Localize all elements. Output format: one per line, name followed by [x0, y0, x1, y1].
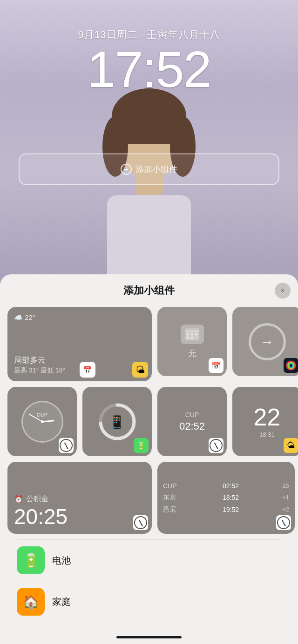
alarm-mini-minute [140, 523, 143, 527]
analog-clock-face: CUP [21, 401, 63, 443]
alarm-label: 公积金 [26, 494, 48, 504]
world-row-tokyo: 东京 18:52 +1 [163, 493, 289, 502]
widget-world-clock[interactable]: CUP 02:52 -15 东京 18:52 +1 悉尼 19:52 +2 [157, 462, 295, 534]
world-offset-tokyo: +1 [271, 494, 289, 501]
world-mini-minute [283, 523, 286, 527]
world-row-sydney: 悉尼 19:52 +2 [163, 505, 289, 514]
battery-app-icon: 🔋 [17, 546, 45, 574]
world-row-cup: CUP 02:52 -15 [163, 482, 289, 490]
date-weather-badge: 🌤 [284, 438, 298, 453]
world-city-sydney: 悉尼 [163, 505, 191, 514]
arrow-right-icon: → [260, 334, 274, 350]
date-number-big: 22 [254, 405, 281, 429]
calendar-badge-2: 📅 [209, 358, 224, 373]
svg-rect-5 [187, 337, 189, 339]
widget-row-1: ☁️ 22° 局部多云 最高 31° 最低 18° 🌤 📅 [7, 307, 291, 381]
widget-phone-battery[interactable]: 📱 🔋 [82, 387, 152, 456]
widget-row-2: CUP 📱 [7, 387, 291, 456]
clock-center-dot [41, 420, 44, 423]
close-icon: × [280, 286, 284, 295]
widget-arrow[interactable]: → [232, 307, 298, 376]
home-app-icon: 🏠 [17, 588, 45, 616]
clock-mini-icon [60, 439, 73, 452]
app-list: 🔋 电池 🏠 家庭 [7, 539, 291, 622]
alarm-icon: ⏰ [14, 495, 23, 504]
battery-app-badge: 🔋 [134, 438, 149, 453]
svg-rect-2 [187, 333, 189, 335]
world-offset-sydney: +2 [271, 506, 289, 513]
background-figure [88, 112, 210, 288]
date-display: 9月13日周二 · 壬寅年八月十八 [0, 28, 298, 42]
add-widget-label: 添加小组件 [135, 164, 177, 175]
panel-title: 添加小组件 [123, 284, 175, 298]
time-display: 17:52 [0, 44, 298, 95]
world-time-sydney: 19:52 [191, 506, 271, 513]
cup-mini-minute [216, 445, 218, 450]
battery-icon: 🔋 [136, 441, 146, 450]
clock-app-badge [59, 438, 74, 453]
alarm-title: ⏰ 公积金 [14, 494, 145, 504]
calendar-grid-icon [181, 325, 204, 344]
weather-temp: ☁️ 22° [14, 313, 145, 322]
alarm-time: 20:25 [14, 506, 145, 527]
battery-app-name: 电池 [52, 554, 71, 567]
svg-rect-4 [195, 333, 197, 335]
battery-app-icon-glyph: 🔋 [22, 552, 40, 569]
widget-analog-clock[interactable]: CUP [7, 387, 77, 456]
world-time-tokyo: 18:52 [191, 494, 271, 501]
svg-rect-1 [185, 328, 199, 332]
home-app-name: 家庭 [52, 596, 71, 608]
date-number-sub: 18 31 [259, 431, 275, 438]
widget-date-number[interactable]: 22 18 31 🌤 [232, 387, 298, 456]
world-city-cup: CUP [163, 482, 191, 490]
app-item-home[interactable]: 🏠 家庭 [17, 581, 281, 622]
world-time-cup: 02:52 [191, 482, 271, 490]
close-button[interactable]: × [275, 283, 291, 299]
alarm-clock-mini [134, 516, 147, 529]
phone-icon: 📱 [109, 414, 125, 429]
world-city-tokyo: 东京 [163, 493, 191, 502]
widget-weather[interactable]: ☁️ 22° 局部多云 最高 31° 最低 18° 🌤 📅 [7, 307, 152, 381]
calendar-badge: 📅 [80, 362, 95, 378]
activity-ring-badge [284, 358, 298, 373]
datetime-overlay: 9月13日周二 · 壬寅年八月十八 17:52 [0, 28, 298, 95]
cup-clock-mini [210, 439, 223, 452]
widget-panel: 添加小组件 × ☁️ 22° 局部多云 最高 31° 最低 18° 🌤 📅 [0, 274, 298, 644]
add-widget-button[interactable]: ＋ 添加小组件 [19, 153, 279, 185]
cup-small-label: CUP [185, 411, 199, 418]
cup-small-time: 02:52 [179, 420, 205, 432]
clock-cup-label: CUP [36, 412, 47, 418]
widget-row-3: ⏰ 公积金 20:25 CUP 02:52 -15 东京 18:52 [7, 462, 291, 534]
widget-cup-time-small[interactable]: CUP 02:52 [157, 387, 227, 456]
world-clock-badge [276, 515, 291, 530]
arrow-circle: → [249, 323, 286, 360]
bottom-home-indicator [116, 636, 182, 638]
plus-circle-icon: ＋ [121, 164, 132, 175]
svg-point-9 [289, 364, 293, 367]
cup-clock-badge [209, 438, 224, 453]
widget-none[interactable]: 无 📅 [157, 307, 227, 376]
world-offset-cup: -15 [271, 482, 289, 489]
weather-app-badge: 🌤 [132, 362, 148, 378]
mini-minute-hand [66, 445, 68, 450]
battery-ring: 📱 [96, 401, 138, 443]
app-item-battery[interactable]: 🔋 电池 [17, 539, 281, 581]
svg-rect-6 [191, 337, 193, 339]
widget-alarm[interactable]: ⏰ 公积金 20:25 [7, 462, 152, 534]
panel-header: 添加小组件 × [7, 284, 291, 298]
none-label: 无 [188, 348, 196, 359]
home-app-icon-glyph: 🏠 [23, 594, 39, 610]
world-clock-mini [277, 516, 290, 529]
hour-hand [42, 420, 54, 422]
alarm-clock-badge [133, 515, 148, 530]
svg-rect-3 [191, 333, 193, 335]
